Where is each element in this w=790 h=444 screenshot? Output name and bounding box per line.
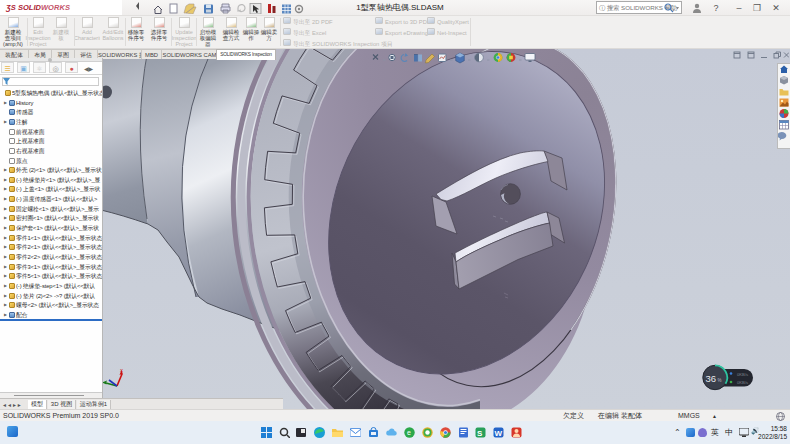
svg-text:S: S (477, 429, 483, 438)
svg-text:e: e (407, 429, 411, 436)
svg-text:0KB/s: 0KB/s (737, 380, 748, 385)
svg-text:%: % (718, 378, 722, 383)
svg-text:x: x (120, 367, 123, 373)
svg-text:0KB/s: 0KB/s (737, 372, 748, 377)
svg-text:W: W (495, 429, 503, 438)
svg-text:36: 36 (706, 373, 717, 384)
